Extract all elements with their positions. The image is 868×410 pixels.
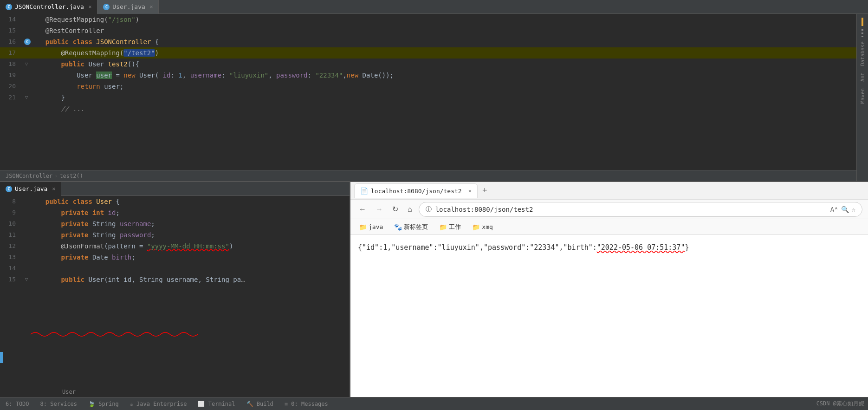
line-content-17: @RequestMapping("/test2") xyxy=(30,47,856,59)
java-icon-bottom: C xyxy=(6,186,12,192)
editor-bottom-area: C User.java ✕ 8 public class User { 9 xyxy=(0,181,868,397)
zoom-icon: 🔍 xyxy=(841,206,849,213)
breadcrumb-class: JSONController xyxy=(6,173,52,179)
tab-label-bottom: User.java xyxy=(15,185,47,192)
red-annotation-line xyxy=(31,331,318,340)
status-messages-label: ≡ 0: Messages xyxy=(285,401,328,407)
bookmark-xmq-label: xmq xyxy=(482,223,492,230)
browser-tab-title: localhost:8080/json/test2 xyxy=(371,188,462,195)
line-num-b10: 10 xyxy=(0,218,23,229)
line-num-b14: 14 xyxy=(0,263,23,274)
status-build-label: 🔨 Build xyxy=(246,401,273,407)
new-tab-button[interactable]: + xyxy=(480,184,489,197)
code-line-b8: 8 public class User { xyxy=(0,196,350,207)
code-panel-top: 14 @RequestMapping("/json") 15 @RestCont… xyxy=(0,14,856,181)
bookmark-newtab-label: 新标签页 xyxy=(404,223,428,231)
status-spring[interactable]: 🍃 Spring xyxy=(86,401,121,407)
status-terminal[interactable]: ⬜ Terminal xyxy=(196,401,237,407)
line-num-b12: 12 xyxy=(0,241,23,252)
bookmark-work[interactable]: 📁 工作 xyxy=(436,222,464,232)
back-button[interactable]: ← xyxy=(356,203,369,215)
line-num-18: 18 xyxy=(0,59,23,70)
bookmark-folder-icon-2: 🐾 xyxy=(394,223,402,231)
refresh-button[interactable]: ↻ xyxy=(389,203,401,215)
browser-bookmarks-bar: 📁 java 🐾 新标签页 📁 工作 📁 xmq xyxy=(350,219,868,235)
address-bar[interactable]: ⓘ localhost:8080/json/test2 Aᴬ 🔍 ☆ xyxy=(419,202,862,217)
code-line-14: 14 @RequestMapping("/json") xyxy=(0,14,856,25)
tab-label-2: User.java xyxy=(112,3,145,10)
line-content-21: } xyxy=(30,92,856,103)
line-content-b12: @JsonFormat(pattern = "yyyy-MM-dd HH:mm:… xyxy=(30,241,350,252)
code-content-bottom[interactable]: 8 public class User { 9 private int id; … xyxy=(0,196,350,397)
status-messages[interactable]: ≡ 0: Messages xyxy=(283,401,330,407)
browser-tab-close[interactable]: ✕ xyxy=(468,188,472,194)
address-right-icons: Aᴬ 🔍 ☆ xyxy=(830,206,855,213)
line-num-21: 21 xyxy=(0,92,23,103)
tab-close-bottom[interactable]: ✕ xyxy=(52,186,55,192)
sidebar-bar-1 xyxy=(862,18,863,26)
breadcrumb-method: test2() xyxy=(59,173,83,179)
right-sidebar-top: Database Ant Maven xyxy=(856,14,868,181)
json-text: {"id":1,"username":"liuyuxin","password"… xyxy=(358,243,689,252)
bookmark-folder-icon-3: 📁 xyxy=(439,223,447,231)
code-line-20: 20 return user; xyxy=(0,81,856,92)
bookmark-java[interactable]: 📁 java xyxy=(356,222,386,232)
gutter-b15: ▽ xyxy=(23,274,30,285)
line-content-b11: private String password; xyxy=(30,229,350,241)
tab-user-java[interactable]: C User.java ✕ xyxy=(97,0,159,14)
line-num-b9: 9 xyxy=(0,207,23,218)
code-line-18: 18 ▽ public User test2(){ xyxy=(0,59,856,70)
bookmark-work-label: 工作 xyxy=(449,223,461,231)
tab-close-1[interactable]: ✕ xyxy=(89,4,92,10)
tab-close-2[interactable]: ✕ xyxy=(150,4,153,10)
line-content-18: public User test2(){ xyxy=(30,59,856,70)
editor-top-area: 14 @RequestMapping("/json") 15 @RestCont… xyxy=(0,14,868,181)
user-tooltip: User xyxy=(60,387,78,397)
java-icon-2: C xyxy=(103,4,110,10)
home-button[interactable]: ⌂ xyxy=(405,203,415,215)
status-build[interactable]: 🔨 Build xyxy=(245,401,275,407)
code-line-b15: 15 ▽ public User(int id, String username… xyxy=(0,274,350,285)
code-content-top[interactable]: 14 @RequestMapping("/json") 15 @RestCont… xyxy=(0,14,856,170)
sidebar-bar-4 xyxy=(862,36,863,37)
code-line-b11: 11 private String password; xyxy=(0,229,350,241)
status-services-label: 8: Services xyxy=(40,401,77,407)
status-services[interactable]: 8: Services xyxy=(39,401,79,407)
code-panel-bottom: C User.java ✕ 8 public class User { 9 xyxy=(0,182,350,397)
code-line-16: 16 C public class JSONController { xyxy=(0,36,856,47)
tab-json-controller[interactable]: C JSONController.java ✕ xyxy=(0,0,97,14)
gutter-16: C xyxy=(23,36,30,47)
line-num-14: 14 xyxy=(0,14,23,25)
left-margin-indicator xyxy=(0,352,3,363)
line-num-19: 19 xyxy=(0,70,23,81)
browser-content: {"id":1,"username":"liuyuxin","password"… xyxy=(350,235,868,397)
tab-user-java-bottom[interactable]: C User.java ✕ xyxy=(0,182,61,196)
bookmark-folder-icon-1: 📁 xyxy=(359,223,367,231)
page-icon: 📄 xyxy=(360,187,368,195)
forward-button[interactable]: → xyxy=(373,203,386,215)
status-java-enterprise-label: ☕ Java Enterprise xyxy=(130,401,187,407)
tab-bar-bottom: C User.java ✕ xyxy=(0,182,350,196)
lock-icon: ⓘ xyxy=(426,205,432,214)
line-content-20: return user; xyxy=(30,81,856,92)
status-spring-label: 🍃 Spring xyxy=(88,401,119,407)
sidebar-label-ant[interactable]: Ant xyxy=(860,70,866,85)
browser-navbar: ← → ↻ ⌂ ⓘ localhost:8080/json/test2 Aᴬ 🔍… xyxy=(350,200,868,219)
line-content-14: @RequestMapping("/json") xyxy=(30,14,856,25)
bookmark-newtab[interactable]: 🐾 新标签页 xyxy=(391,222,431,232)
favorites-icon: ☆ xyxy=(852,206,855,213)
status-todo-label: 6: TODO xyxy=(6,401,29,407)
breadcrumb-sep: › xyxy=(54,173,58,179)
code-line-b10: 10 private String username; xyxy=(0,218,350,229)
code-lines-top: 14 @RequestMapping("/json") 15 @RestCont… xyxy=(0,14,856,114)
browser-tab[interactable]: 📄 localhost:8080/json/test2 ✕ xyxy=(354,183,478,198)
status-todo[interactable]: 6: TODO xyxy=(4,401,31,407)
sidebar-label-database[interactable]: Database xyxy=(860,39,866,69)
code-line-19: 19 User user = new User( id: 1, username… xyxy=(0,70,856,81)
code-line-b14: 14 xyxy=(0,263,350,274)
bookmark-xmq[interactable]: 📁 xmq xyxy=(469,222,495,232)
line-num-b8: 8 xyxy=(0,196,23,207)
sidebar-label-maven[interactable]: Maven xyxy=(860,85,866,106)
code-line-22: // ... xyxy=(0,103,856,114)
status-java-enterprise[interactable]: ☕ Java Enterprise xyxy=(128,401,189,407)
